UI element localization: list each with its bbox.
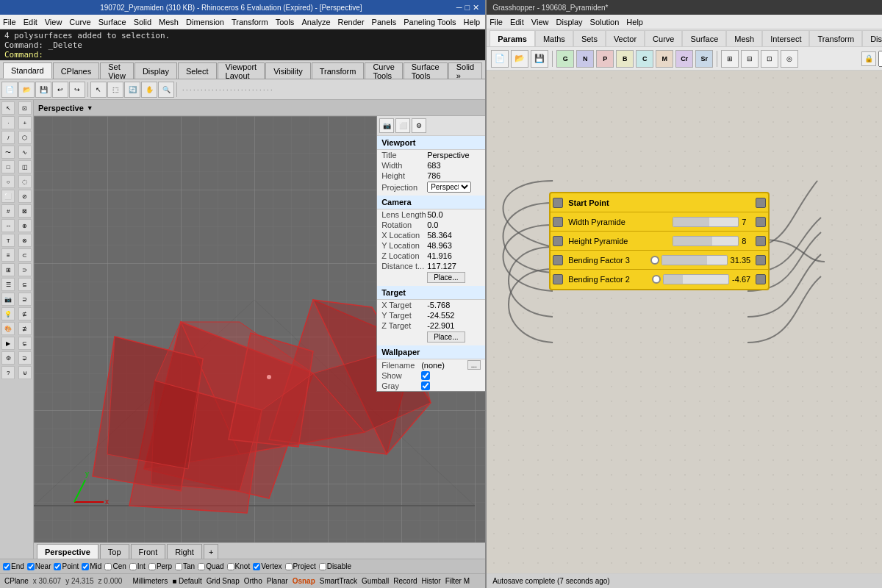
tab-right[interactable]: Right [167, 544, 202, 559]
snap-perp[interactable]: Perp [148, 562, 172, 570]
filename-browse-btn[interactable]: ... [467, 360, 481, 370]
menu-curve[interactable]: Curve [69, 18, 90, 26]
zoom-icon[interactable]: 🔍 [158, 82, 174, 98]
gh-tab-display[interactable]: Display [862, 30, 882, 46]
tool-material[interactable]: 🎨 [1, 322, 15, 335]
target-place-btn[interactable]: Place... [427, 331, 465, 343]
menu-view[interactable]: View [45, 18, 62, 26]
gh-param-crv-icon[interactable]: Cr [675, 50, 693, 68]
menu-render[interactable]: Render [338, 18, 365, 26]
height-port-left[interactable] [553, 236, 563, 246]
record[interactable]: Record [393, 577, 417, 585]
menu-transform[interactable]: Transform [232, 18, 268, 26]
gh-menu-edit[interactable]: Edit [510, 18, 524, 26]
height-port-right[interactable] [756, 236, 766, 246]
tool-line[interactable]: / [1, 131, 15, 144]
snap-end[interactable]: End [3, 562, 24, 570]
tool-surface[interactable]: ⬜ [1, 190, 15, 203]
minimize-icon[interactable]: ─ [456, 3, 462, 12]
menu-surface[interactable]: Surface [98, 18, 126, 26]
planar[interactable]: Planar [267, 577, 288, 585]
menu-file[interactable]: File [3, 18, 16, 26]
tool2-f[interactable]: ◌ [18, 175, 32, 188]
tab-perspective[interactable]: Perspective [37, 544, 98, 559]
menu-paneling[interactable]: Paneling Tools [404, 18, 456, 26]
start-point-port-right[interactable] [756, 198, 766, 208]
gh-zoom-select[interactable]: 153% 100% 75% [878, 51, 882, 67]
gh-param-srf-icon[interactable]: Sr [695, 50, 713, 68]
histor[interactable]: Histor [422, 577, 441, 585]
tab-front[interactable]: Front [131, 544, 166, 559]
width-port-right[interactable] [756, 217, 766, 227]
menu-analyze[interactable]: Analyze [301, 18, 330, 26]
vp-projection-select[interactable]: Perspective Parallel [427, 182, 471, 193]
gh-tab-surface[interactable]: Surface [682, 30, 726, 46]
menu-mesh[interactable]: Mesh [159, 18, 179, 26]
tool2-g[interactable]: ⊘ [18, 190, 32, 203]
tab-solid[interactable]: Solid » [448, 62, 482, 79]
tool2-s[interactable]: ⊌ [18, 366, 32, 379]
gh-tab-vector[interactable]: Vector [606, 30, 645, 46]
menu-dimension[interactable]: Dimension [186, 18, 224, 26]
tab-transform[interactable]: Transform [312, 62, 365, 79]
snap-quad[interactable]: Quad [198, 562, 223, 570]
bf2-port-right[interactable] [756, 274, 766, 284]
undo-icon[interactable]: ↩ [52, 82, 68, 98]
snap-knot[interactable]: Knot [227, 562, 251, 570]
lasso-icon[interactable]: 🔄 [124, 82, 140, 98]
tool-layers[interactable]: ☰ [1, 278, 15, 291]
tab-top[interactable]: Top [100, 544, 129, 559]
menu-help[interactable]: Help [464, 18, 481, 26]
new-icon[interactable]: 📄 [1, 82, 18, 98]
save-icon[interactable]: 💾 [35, 82, 51, 98]
panel-icon-settings[interactable]: ⚙ [412, 118, 426, 133]
gh-btn2[interactable]: ⊟ [741, 50, 759, 68]
gh-menu-solution[interactable]: Solution [590, 18, 620, 26]
tab-display[interactable]: Display [135, 62, 177, 79]
panel-icon-camera[interactable]: 📷 [379, 118, 394, 133]
tab-setview[interactable]: Set View [100, 62, 134, 79]
close-icon[interactable]: ✕ [473, 3, 479, 12]
grid-snap[interactable]: Grid Snap [207, 577, 240, 585]
gh-param-num-icon[interactable]: N [576, 50, 594, 68]
pan-icon[interactable]: ✋ [141, 82, 157, 98]
menu-edit[interactable]: Edit [24, 18, 37, 26]
menu-solid[interactable]: Solid [134, 18, 151, 26]
width-slider[interactable] [673, 217, 739, 227]
tool-point[interactable]: · [1, 116, 15, 129]
gh-tab-mesh[interactable]: Mesh [726, 30, 762, 46]
tool-text[interactable]: T [1, 234, 15, 247]
gh-param-bool-icon[interactable]: B [616, 50, 634, 68]
start-point-port-left[interactable] [553, 198, 563, 208]
tool2-j[interactable]: ⊗ [18, 234, 32, 247]
tool-mesh[interactable]: # [1, 204, 15, 218]
viewport-dropdown-icon[interactable]: ▼ [87, 104, 93, 112]
gh-param-geo-icon[interactable]: G [556, 50, 574, 68]
gh-btn4[interactable]: ◎ [781, 50, 798, 68]
tool-sphere[interactable]: ○ [1, 175, 15, 188]
tool2-d[interactable]: ∿ [18, 146, 32, 159]
panel-icon-view[interactable]: ⬜ [395, 118, 410, 133]
gh-tab-sets[interactable]: Sets [573, 30, 606, 46]
menu-tools[interactable]: Tools [276, 18, 295, 26]
tool2-q[interactable]: ⊊ [18, 337, 32, 350]
tool-box[interactable]: □ [1, 160, 15, 173]
gumball[interactable]: Gumball [362, 577, 389, 585]
tool2-m[interactable]: ⊆ [18, 278, 32, 291]
bf3-port-right[interactable] [756, 255, 766, 265]
snap-disable[interactable]: Disable [319, 562, 351, 570]
tool-dim[interactable]: ↔ [1, 219, 15, 232]
tool-hatch[interactable]: ≡ [1, 248, 15, 262]
tab-curve-tools[interactable]: Curve Tools [365, 62, 402, 79]
tool2-e[interactable]: ◫ [18, 160, 32, 173]
bf2-circle-port[interactable] [652, 275, 661, 284]
smart-track[interactable]: SmartTrack [320, 577, 357, 585]
tab-viewport-layout[interactable]: Viewport Layout [218, 62, 265, 79]
tool-render[interactable]: ▶ [1, 337, 15, 350]
gh-menu-display[interactable]: Display [556, 18, 583, 26]
tab-surface-tools[interactable]: Surface Tools [404, 62, 448, 79]
tool-camera[interactable]: 📷 [1, 293, 15, 306]
tool-script[interactable]: ⚙ [1, 351, 15, 365]
tool-help[interactable]: ? [1, 366, 15, 379]
snap-int[interactable]: Int [129, 562, 146, 570]
